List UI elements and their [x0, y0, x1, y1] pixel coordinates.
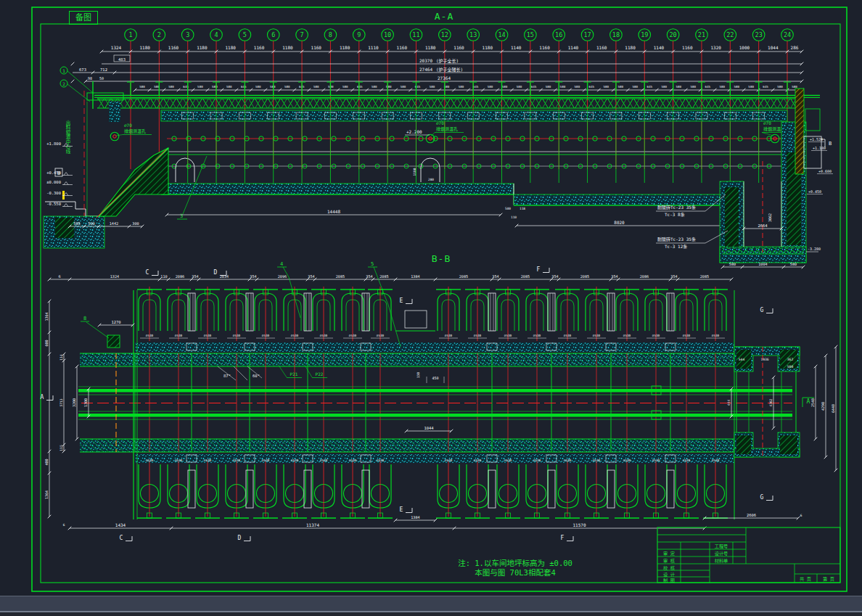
dim-label: 354: [250, 274, 256, 279]
dim-label: 580: [255, 85, 261, 89]
dim-label: 1180: [425, 45, 436, 50]
material-note: Tc-3 8条: [665, 212, 685, 217]
tblock-field-label: 校 核: [663, 565, 675, 571]
dim-label: 580: [226, 85, 232, 89]
dim-label: 500: [787, 365, 794, 369]
title-block-border: [657, 527, 840, 583]
dim-label: ∅530: [623, 334, 631, 337]
dim-label: 6: [58, 274, 60, 279]
dim-label: ∅530: [445, 334, 453, 337]
dim-label: 645: [531, 85, 537, 89]
section-marker: E: [400, 506, 403, 513]
dim-label: 444: [727, 400, 731, 406]
dim-label: 2: [62, 81, 65, 86]
dim-label: 8: [83, 316, 86, 321]
dim-label: ∅530: [593, 334, 601, 337]
dim-label: 110: [160, 274, 167, 279]
dim-label: 150: [416, 372, 420, 378]
dim-label: 98: [88, 76, 92, 81]
dim-label: 354: [308, 274, 314, 279]
dim-label: 280: [428, 178, 434, 181]
section-marker: B: [57, 171, 60, 176]
dim-label: 580: [792, 85, 797, 89]
grid-bubble-number: 18: [612, 31, 620, 38]
dim-label: 645: [473, 85, 479, 89]
dim-label: 8020: [614, 220, 625, 225]
dim-label: ∅530: [175, 334, 183, 337]
dim-label: 20370: [419, 58, 432, 63]
dim-label: 3200: [72, 398, 76, 407]
dim-label: 1384: [411, 274, 420, 279]
drawing-notes: 注: 1.以车间地坪标高为 ±0.00 本图与图 70L3相配套4: [392, 559, 639, 578]
dim-label: 580: [777, 85, 783, 89]
elevation-label: -0.550: [46, 202, 61, 206]
dim-label: 580: [502, 85, 508, 89]
elevation-label: -3.280: [808, 247, 821, 251]
dim-label: 1160: [596, 45, 607, 50]
dim-label: 1044: [768, 45, 779, 50]
dim-label: 645: [589, 85, 595, 89]
dim-label: 2086: [176, 274, 185, 279]
dim-label: ∅530: [533, 334, 541, 337]
dim-label: 580: [342, 85, 348, 89]
dim-label: 645: [705, 85, 710, 89]
grid-bubble-number: 7: [300, 31, 304, 38]
dim-label: 580: [661, 85, 667, 89]
drawing-sheet: A-A B-B 12345678910111213141516171819202…: [0, 0, 862, 616]
dim-label: 1180: [625, 45, 636, 50]
dim-label: 1180: [483, 45, 493, 50]
dim-label: 4290: [821, 402, 825, 411]
dim-label: 580: [488, 85, 493, 89]
dim-label: 580: [313, 85, 319, 89]
dim-label: 580: [459, 85, 464, 89]
dim-label: 673: [79, 67, 86, 72]
tblock-field-label: 工程号: [715, 543, 728, 549]
section-marker: F: [537, 266, 541, 273]
dim-label: 645: [241, 85, 247, 89]
vent-label: ∅70: [763, 120, 771, 126]
dim-label: 1160: [539, 45, 550, 50]
dim-label: 1004: [758, 262, 768, 266]
vent-label: ∅70: [436, 120, 444, 126]
dim-label: 5: [371, 261, 374, 267]
grid-bubble-number: 9: [357, 31, 361, 38]
dim-label: 2085: [700, 274, 710, 279]
dim-label: 500: [88, 221, 94, 226]
cad-drawing-canvas[interactable]: A-A B-B 12345678910111213141516171819202…: [0, 0, 862, 616]
grid-bubble-number: 19: [641, 31, 648, 38]
dim-label: 400: [44, 459, 49, 465]
dim-label: ∅530: [146, 334, 154, 337]
dim-label: 1364: [44, 312, 49, 321]
dim-label: 1364: [44, 490, 49, 499]
dim-label: 1300: [83, 398, 88, 407]
dim-label: 580: [790, 262, 797, 266]
section-marker: B: [829, 141, 832, 147]
vent-label: 排烟测温孔: [124, 128, 146, 134]
section-a-title: A-A: [435, 11, 453, 22]
tblock-page-label: 第 页: [823, 576, 834, 582]
dim-label: 1180: [225, 45, 236, 50]
dim-label: 1936: [760, 358, 768, 361]
tblock-field-label: 设 计: [663, 572, 675, 578]
dim-label: 2548: [810, 398, 815, 407]
dim-label: 1434: [115, 522, 126, 527]
dim-label: 580: [734, 85, 739, 89]
dim-label: 580: [430, 85, 435, 89]
dim-label: 1180: [282, 45, 293, 50]
elevation-label: ±0.000: [46, 180, 61, 184]
dim-label: ∅530: [474, 334, 482, 337]
elevation-label: +0.600: [818, 169, 832, 173]
elevation-label: +0.450: [808, 189, 821, 194]
dim-label: 1270: [111, 320, 120, 324]
elevation-label: +1.800: [46, 141, 61, 146]
dim-label: 1160: [453, 45, 464, 50]
dim-label: ∅530: [377, 334, 385, 337]
dim-label: 645: [647, 85, 653, 89]
dim-label: 1110: [368, 45, 379, 50]
centerline-label: 出料辊道中心线: [65, 120, 70, 154]
dim-label: 286: [791, 45, 799, 50]
grid-bubble-number: 4: [214, 31, 218, 38]
section-marker: D: [238, 535, 242, 541]
dim-label: 1180: [197, 45, 208, 50]
grid-bubble-number: 13: [469, 31, 477, 38]
